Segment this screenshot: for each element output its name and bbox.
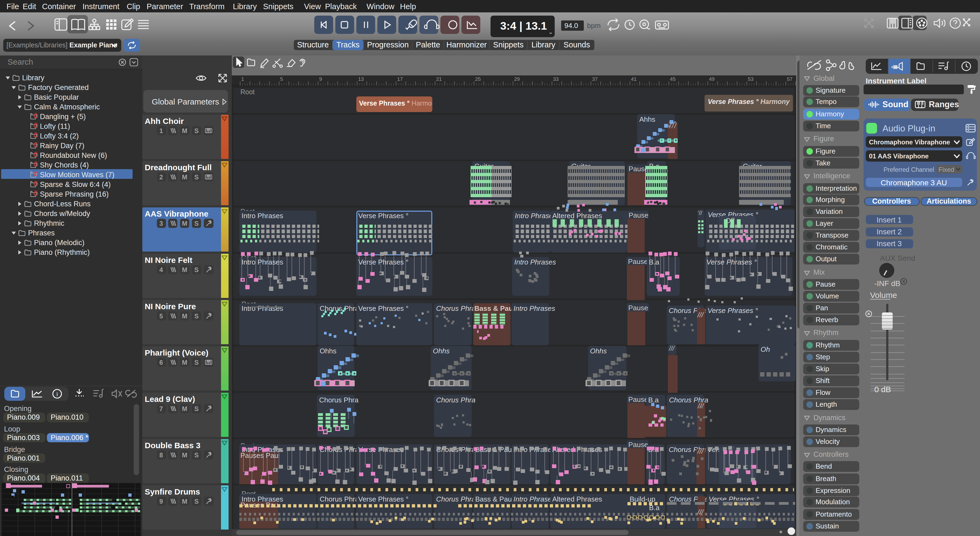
svg-text:41: 41 — [631, 76, 636, 82]
svg-text:57: 57 — [787, 76, 792, 82]
svg-text:49: 49 — [709, 76, 714, 82]
svg-text:9: 9 — [319, 76, 322, 82]
svg-text:37: 37 — [592, 76, 598, 82]
svg-text:i: i — [56, 390, 58, 397]
svg-text:5: 5 — [280, 76, 283, 82]
svg-text:29: 29 — [514, 76, 520, 82]
svg-text:25: 25 — [475, 76, 481, 82]
svg-text:53: 53 — [748, 76, 754, 82]
svg-text:13: 13 — [358, 76, 364, 82]
svg-text:33: 33 — [553, 76, 559, 82]
svg-text:1: 1 — [241, 76, 244, 82]
svg-text:45: 45 — [670, 76, 676, 82]
svg-text:21: 21 — [436, 76, 442, 82]
svg-text:17: 17 — [397, 76, 402, 82]
